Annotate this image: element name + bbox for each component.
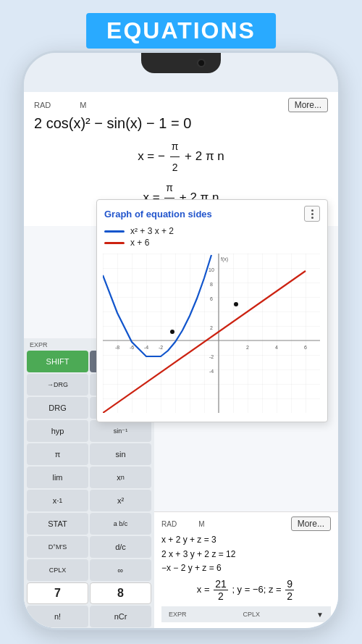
bottom-sol-x-n: 21 [214, 578, 228, 590]
legend-line-blue [104, 230, 125, 233]
key-7[interactable]: 7 [27, 582, 88, 604]
pi-key[interactable]: π [27, 443, 88, 465]
bottom-bar-expr: EXPR [169, 611, 187, 618]
xsq-key[interactable]: x² [90, 490, 151, 511]
bottom-eq-3: −x − 2 y + z = 6 [161, 561, 331, 575]
bottom-sol-x-prefix: x = [197, 584, 212, 595]
inf-key[interactable]: ∞ [90, 559, 151, 581]
svg-text:-2: -2 [209, 354, 214, 359]
legend-label-2: x + 6 [130, 238, 149, 248]
sol1a-denominator: 2 [171, 157, 180, 177]
title-text: EQUATIONS [106, 17, 256, 43]
graph-legend: x² + 3 x + 2 x + 6 [97, 225, 327, 254]
bottom-sol-z-n: 9 [285, 578, 294, 590]
drg-key[interactable]: DRG [27, 397, 88, 419]
bottom-solution: x = 21 2 ; y = −6; z = 9 2 [161, 578, 331, 602]
legend-item-2: x + 6 [104, 238, 320, 248]
key-row-hyp-sin: hyp sin⁻¹ [24, 419, 154, 443]
bottom-eq-1: x + 2 y + z = 3 [161, 533, 331, 547]
hyp-key[interactable]: hyp [27, 420, 88, 442]
sol1a-frac: π 2 [170, 136, 180, 177]
phone-frame: RAD M More... 2 cos(x)² − sin(x) − 1 = 0… [22, 51, 340, 630]
drg-arrow-key[interactable]: →DRG [27, 374, 88, 396]
sol1a-suffix: + 2 π n [185, 149, 224, 163]
dc-key[interactable]: d/c [90, 536, 151, 558]
shift-key[interactable]: SHIFT [27, 351, 88, 372]
bottom-mode-m: M [198, 520, 204, 528]
bottom-sol-z-d: 2 [285, 590, 294, 602]
svg-point-21 [170, 330, 174, 334]
key-row-stat-abc: STAT a b/c [24, 512, 154, 535]
svg-point-22 [234, 302, 238, 306]
svg-text:2: 2 [210, 325, 213, 330]
svg-text:10: 10 [209, 267, 214, 272]
svg-text:-2: -2 [159, 345, 163, 350]
graph-panel: Graph of equation sides x² + 3 x + 2 x [96, 199, 328, 422]
graph-title: Graph of equation sides [104, 209, 212, 219]
xn-key[interactable]: xn [90, 467, 151, 488]
bottom-mode-rad: RAD [161, 520, 177, 528]
bottom-bar-cplx: CPLX [243, 611, 261, 618]
graph-menu-dot-1 [311, 209, 313, 212]
bottom-sol-y: ; y = −6; [232, 584, 266, 595]
graph-menu-button[interactable] [304, 206, 320, 222]
sin-inv-key[interactable]: sin⁻¹ [90, 420, 151, 442]
cplx-key[interactable]: CPLX [27, 559, 88, 581]
svg-text:2: 2 [246, 345, 249, 350]
legend-item-1: x² + 3 x + 2 [104, 226, 320, 236]
phone-notch [141, 53, 221, 73]
bottom-eq-2: 2 x + 3 y + 2 z = 12 [161, 548, 331, 561]
mode-rad: RAD [34, 101, 51, 109]
key-row-7-8: 7 8 [24, 582, 154, 605]
more-button-top[interactable]: More... [288, 98, 328, 112]
svg-text:-4: -4 [144, 345, 148, 350]
svg-rect-0 [103, 254, 320, 413]
solution-1a: x = − π 2 + 2 π n [34, 136, 328, 177]
key-row-xinv-xsq: x-1 x² [24, 489, 154, 512]
legend-label-1: x² + 3 x + 2 [130, 226, 174, 236]
sin-key[interactable]: sin [90, 443, 151, 465]
graph-svg-container: -8 -6 -4 -2 2 4 6 8 f(x) x [97, 254, 327, 422]
svg-text:6: 6 [304, 345, 307, 350]
stat-key[interactable]: STAT [27, 513, 88, 535]
dms-key[interactable]: D°M'S [27, 536, 88, 558]
phone-screen: RAD M More... 2 cos(x)² − sin(x) − 1 = 0… [24, 92, 338, 628]
equation-text: 2 cos(x)² − sin(x) − 1 = 0 [34, 115, 328, 132]
eq-mode-indicators: RAD M [34, 101, 86, 109]
mode-m: M [80, 101, 86, 109]
svg-text:4: 4 [275, 345, 278, 350]
svg-text:f(x): f(x) [221, 256, 228, 262]
svg-text:6: 6 [210, 296, 213, 301]
key-row-pi-sin: π sin [24, 443, 154, 466]
svg-text:8: 8 [210, 282, 213, 287]
key-row-nfact-ncr: n! nCr [24, 605, 154, 628]
bottom-modes: RAD M [161, 520, 204, 528]
phone-camera [197, 59, 206, 67]
more-button-bottom[interactable]: More... [291, 517, 331, 531]
nfact-key[interactable]: n! [27, 606, 88, 627]
legend-line-red [104, 242, 125, 244]
graph-menu-dot-3 [311, 217, 313, 219]
lim-key[interactable]: lim [27, 467, 88, 488]
key-row-lim-xn: lim xn [24, 466, 154, 489]
abc-key[interactable]: a b/c [90, 513, 151, 535]
svg-text:-8: -8 [115, 345, 119, 350]
graph-svg: -8 -6 -4 -2 2 4 6 8 f(x) x [103, 254, 320, 413]
bottom-sol-z-prefix: z = [269, 584, 284, 595]
eq-top-bar: RAD M More... [34, 98, 328, 112]
phone-top [24, 53, 338, 92]
ncr-key[interactable]: nCr [90, 606, 151, 627]
graph-menu-dot-2 [311, 213, 313, 215]
bottom-top-bar: RAD M More... [161, 517, 331, 531]
key-8[interactable]: 8 [90, 582, 151, 604]
svg-text:-6: -6 [130, 345, 134, 350]
bottom-bar-arrow: ▼ [316, 611, 324, 619]
background: EQUATIONS RAD M More... 2 cos(x)² − sin(… [0, 0, 362, 644]
svg-text:-4: -4 [209, 369, 214, 374]
xinv-key[interactable]: x-1 [27, 490, 88, 511]
bottom-sol-z-frac: 9 2 [285, 578, 294, 602]
bottom-sol-x-d: 2 [216, 590, 225, 602]
sol1a-prefix: x = − [138, 149, 165, 163]
key-row-dms-dc: D°M'S d/c [24, 535, 154, 559]
bottom-sol-x-frac: 21 2 [214, 578, 228, 602]
